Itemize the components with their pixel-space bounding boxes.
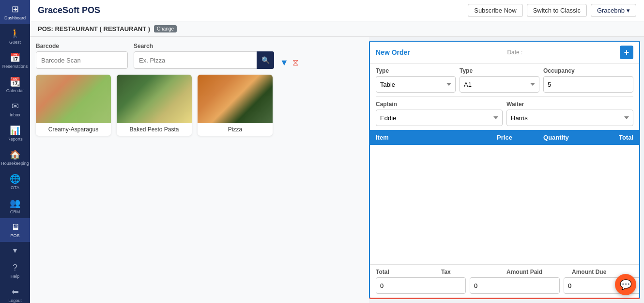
new-order-panel: New Order Date : + Type Table Type A1: [369, 41, 640, 299]
type-label-2: Type: [460, 67, 539, 74]
sidebar: ⊞ Dashboard 🚶 Guest 📅 Reservations 📆 Cal…: [0, 0, 30, 303]
sidebar-label-calendar: Calendar: [6, 88, 24, 93]
type-label-1: Type: [376, 67, 456, 74]
order-table-header: Item Price Quantity Total: [370, 130, 639, 145]
sidebar-item-help[interactable]: ? Help: [0, 259, 30, 283]
occupancy-label: Occupancy: [543, 67, 633, 74]
waiter-group: Waiter Harris: [506, 101, 633, 126]
reservations-icon: 📅: [10, 52, 20, 63]
col-item-header: Item: [376, 134, 479, 141]
left-panel: Barcode Search 🔍 ▼ ⧖: [30, 37, 369, 303]
sidebar-item-inbox[interactable]: ✉ Inbox: [0, 97, 30, 121]
housekeeping-icon: 🏠: [10, 149, 20, 160]
sidebar-label-reports: Reports: [7, 137, 23, 142]
sidebar-item-logout[interactable]: ⬅ Logout: [0, 283, 30, 303]
subheader: POS: RESTAURANT ( RESTAURANT ) Change: [30, 21, 644, 37]
total-label: Total: [376, 269, 437, 275]
barcode-group: Barcode: [36, 43, 128, 69]
sidebar-item-calendar[interactable]: 📆 Calendar: [0, 73, 30, 97]
sidebar-label-reservations: Reservations: [2, 64, 28, 69]
main-content: GraceSoft POS Subscribe Now Switch to Cl…: [30, 0, 644, 303]
calendar-icon: 📆: [10, 77, 20, 87]
food-card-asparagus[interactable]: Creamy-Asparagus: [36, 75, 111, 136]
search-group: Search 🔍: [134, 43, 274, 69]
form-type-row: Type Table Type A1 Occupancy: [370, 64, 639, 96]
amount-paid-label: Amount Paid: [506, 269, 568, 275]
user-menu-button[interactable]: Gracebnb ▾: [591, 4, 636, 17]
captain-select[interactable]: Eddie: [376, 110, 503, 126]
clear-filter-icon[interactable]: ⧖: [292, 58, 299, 68]
waiter-label: Waiter: [506, 101, 633, 108]
order-header: New Order Date : +: [370, 42, 639, 64]
order-title: New Order: [376, 48, 410, 56]
captain-group: Captain Eddie: [376, 101, 503, 126]
sidebar-item-housekeeping[interactable]: 🏠 Housekeeping: [0, 145, 30, 170]
col-price-header: Price: [479, 134, 530, 141]
type-select[interactable]: Table: [376, 76, 456, 93]
sidebar-item-crm[interactable]: 👥 CRM: [0, 194, 30, 218]
food-grid: Creamy-Asparagus Baked Pesto Pasta Pizza: [36, 75, 363, 136]
user-chevron-icon: ▾: [627, 7, 630, 14]
add-order-button[interactable]: +: [620, 46, 633, 59]
crm-icon: 👥: [10, 198, 20, 208]
pos-location-title: POS: RESTAURANT ( RESTAURANT ): [38, 25, 150, 32]
sidebar-item-dashboard[interactable]: ⊞ Dashboard: [0, 0, 30, 24]
col-qty-header: Quantity: [530, 134, 582, 141]
food-card-pizza[interactable]: Pizza: [198, 75, 273, 136]
order-items-list: [370, 145, 639, 264]
type-group-2: Type A1: [460, 67, 539, 93]
sidebar-label-ota: OTA: [11, 185, 19, 190]
sidebar-item-pos[interactable]: 🖥 POS: [0, 218, 30, 242]
food-image-pizza: [198, 75, 273, 123]
sidebar-label-crm: CRM: [10, 209, 20, 214]
change-location-badge[interactable]: Change: [154, 25, 177, 32]
food-image-pasta: [117, 75, 192, 123]
search-button[interactable]: 🔍: [257, 51, 274, 69]
filter-icons: ▼ ⧖: [280, 58, 299, 69]
search-row: Barcode Search 🔍 ▼ ⧖: [36, 43, 363, 69]
tax-label: Tax: [441, 269, 503, 275]
sidebar-item-reservations[interactable]: 📅 Reservations: [0, 48, 30, 73]
sidebar-label-housekeeping: Housekeeping: [1, 161, 29, 166]
food-card-pasta[interactable]: Baked Pesto Pasta: [117, 75, 192, 136]
sidebar-item-guest[interactable]: 🚶 Guest: [0, 24, 30, 48]
occupancy-group: Occupancy: [543, 67, 633, 93]
chat-widget-button[interactable]: 💬: [615, 274, 636, 295]
form-captain-row: Captain Eddie Waiter Harris: [370, 97, 639, 130]
search-input[interactable]: [134, 51, 274, 69]
sidebar-label-dashboard: Dashboard: [4, 16, 26, 20]
sidebar-label-inbox: Inbox: [10, 112, 20, 117]
occupancy-input[interactable]: [543, 76, 633, 93]
pos-icon: 🖥: [11, 222, 19, 232]
logout-icon: ⬅: [12, 287, 19, 297]
waiter-select[interactable]: Harris: [506, 110, 633, 126]
filter-icon[interactable]: ▼: [280, 58, 289, 68]
type-select-2[interactable]: A1: [460, 76, 539, 93]
dashboard-icon: ⊞: [12, 4, 19, 15]
search-icon: 🔍: [261, 56, 270, 64]
ota-icon: 🌐: [10, 174, 20, 184]
reports-icon: 📊: [10, 125, 20, 136]
search-label: Search: [134, 43, 274, 49]
captain-label: Captain: [376, 101, 503, 108]
sidebar-item-reports[interactable]: 📊 Reports: [0, 121, 30, 145]
tax-value-input[interactable]: [470, 277, 560, 294]
total-value-input[interactable]: [376, 277, 466, 294]
sidebar-collapse-btn[interactable]: ▾: [0, 242, 30, 259]
col-total-header: Total: [582, 134, 633, 141]
user-name: Gracebnb: [597, 7, 625, 14]
topbar: GraceSoft POS Subscribe Now Switch to Cl…: [30, 0, 644, 21]
sidebar-label-help: Help: [11, 274, 20, 279]
sidebar-item-ota[interactable]: 🌐 OTA: [0, 170, 30, 194]
sidebar-label-guest: Guest: [9, 40, 21, 45]
app-title: GraceSoft POS: [38, 5, 100, 16]
food-image-asparagus: [36, 75, 111, 123]
sidebar-label-pos: POS: [10, 233, 19, 238]
food-label-pizza: Pizza: [198, 123, 273, 136]
barcode-input[interactable]: [36, 51, 128, 69]
order-date-label: Date :: [507, 49, 522, 56]
type-group: Type Table: [376, 67, 456, 93]
sidebar-label-logout: Logout: [8, 298, 22, 303]
subscribe-now-button[interactable]: Subscribe Now: [468, 4, 522, 17]
switch-classic-button[interactable]: Switch to Classic: [527, 4, 587, 17]
